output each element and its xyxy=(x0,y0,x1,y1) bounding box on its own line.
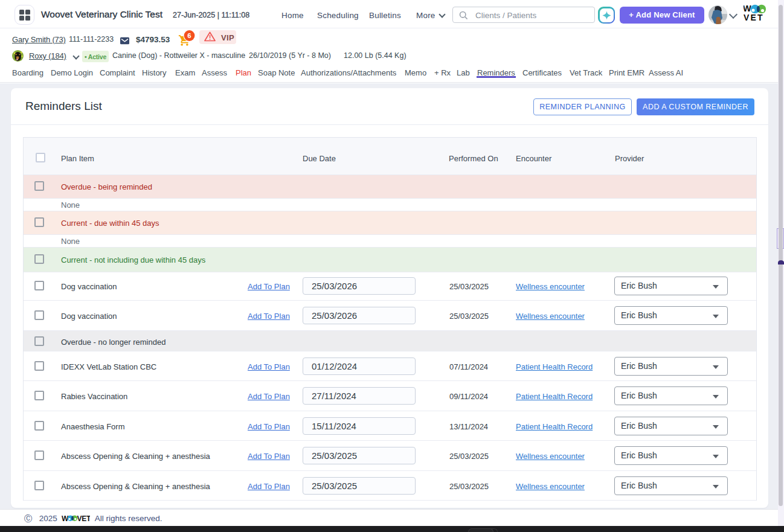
svg-text:VET: VET xyxy=(77,514,91,522)
svg-text:6: 6 xyxy=(187,32,191,39)
svg-text:VET: VET xyxy=(744,13,764,22)
